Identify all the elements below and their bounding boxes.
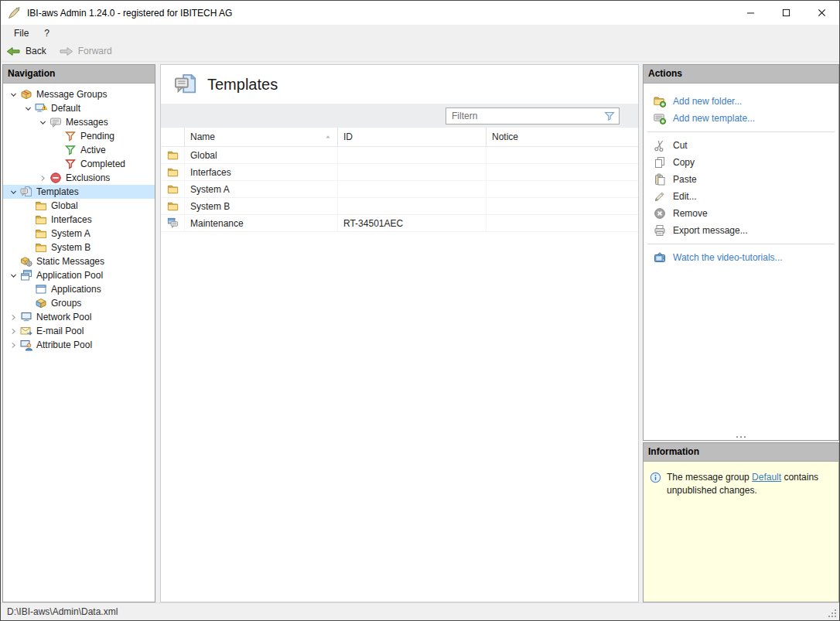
templates-icon bbox=[20, 186, 32, 198]
tree-item-application-pool[interactable]: Application Pool bbox=[3, 268, 155, 282]
folder-icon bbox=[35, 241, 47, 254]
table-row-maintenance[interactable]: MaintenanceRT-34501AEC bbox=[162, 215, 638, 232]
column-header-id[interactable]: ID bbox=[338, 128, 487, 146]
table-row-system-b[interactable]: System B bbox=[162, 198, 638, 215]
tree-item-attribute-pool[interactable]: Attribute Pool bbox=[3, 338, 155, 352]
app-window: IBI-aws Admin 1.24.0 - registered for IB… bbox=[0, 0, 840, 621]
information-panel: Information The message group Default co… bbox=[643, 442, 839, 602]
exclusions-icon bbox=[50, 172, 62, 184]
close-button[interactable] bbox=[804, 1, 839, 25]
action-add-new-template[interactable]: Add new template... bbox=[644, 110, 838, 127]
maximize-button[interactable] bbox=[768, 1, 804, 25]
tree-item-exclusions[interactable]: Exclusions bbox=[3, 171, 155, 185]
tree-item-label: Attribute Pool bbox=[36, 340, 92, 350]
templates-heading-icon bbox=[174, 73, 197, 96]
tree-item-network-pool[interactable]: Network Pool bbox=[3, 310, 155, 324]
actions-divider bbox=[647, 131, 835, 132]
back-button[interactable]: Back bbox=[6, 46, 46, 57]
table-body: GlobalInterfacesSystem ASystem BMaintena… bbox=[162, 147, 638, 232]
tree-item-applications[interactable]: Applications bbox=[3, 282, 155, 296]
funnel-completed-icon bbox=[64, 158, 77, 170]
chevron-right-icon[interactable] bbox=[6, 341, 20, 350]
sort-ascending-icon bbox=[324, 133, 332, 141]
tree-item-static-messages[interactable]: Static Messages bbox=[3, 254, 155, 268]
tree-item-message-groups[interactable]: Message Groups bbox=[3, 87, 155, 101]
tree-item-default[interactable]: Default bbox=[3, 101, 155, 115]
row-icon-cell bbox=[162, 198, 185, 214]
chevron-down-icon[interactable] bbox=[6, 188, 20, 196]
tree-item-groups[interactable]: Groups bbox=[3, 296, 155, 310]
column-header-notice[interactable]: Notice bbox=[487, 128, 628, 146]
tree-item-global[interactable]: Global bbox=[3, 199, 155, 213]
action-remove[interactable]: Remove bbox=[644, 205, 838, 222]
table-row-global[interactable]: Global bbox=[162, 147, 638, 164]
menu-file[interactable]: File bbox=[6, 26, 36, 40]
edit-icon bbox=[654, 190, 666, 203]
tree-item-templates[interactable]: Templates bbox=[3, 185, 155, 199]
back-label: Back bbox=[26, 46, 46, 56]
chevron-down-icon[interactable] bbox=[21, 104, 35, 113]
tree-item-system-a[interactable]: System A bbox=[3, 227, 155, 241]
filter-input[interactable] bbox=[446, 110, 603, 122]
filter-funnel-icon[interactable] bbox=[603, 110, 616, 122]
tree-item-label: Exclusions bbox=[66, 172, 110, 183]
action-label: Paste bbox=[673, 174, 697, 185]
actions-header: Actions bbox=[644, 65, 838, 84]
column-header-icon[interactable] bbox=[162, 128, 185, 146]
tree-item-e-mail-pool[interactable]: E-mail Pool bbox=[3, 324, 155, 338]
network-pool-icon bbox=[20, 311, 32, 323]
action-watch-the-video-tutorials[interactable]: Watch the video-tutorials... bbox=[644, 249, 838, 266]
action-label: Cut bbox=[673, 140, 688, 151]
action-label: Add new template... bbox=[673, 113, 755, 124]
window-controls bbox=[732, 1, 839, 25]
tree-item-label: Active bbox=[80, 145, 106, 155]
attribute-pool-icon bbox=[20, 339, 32, 351]
chevron-down-icon[interactable] bbox=[6, 90, 20, 99]
action-edit[interactable]: Edit... bbox=[644, 188, 838, 205]
action-copy[interactable]: Copy bbox=[644, 154, 838, 171]
tree-item-label: Network Pool bbox=[36, 312, 91, 322]
row-icon-cell bbox=[162, 215, 185, 231]
tree-item-label: Default bbox=[51, 103, 80, 114]
tree-item-interfaces[interactable]: Interfaces bbox=[3, 213, 155, 227]
funnel-active-icon bbox=[64, 144, 77, 156]
tree-item-completed[interactable]: Completed bbox=[3, 157, 155, 171]
action-cut[interactable]: Cut bbox=[644, 137, 838, 154]
action-add-new-folder[interactable]: Add new folder... bbox=[644, 93, 838, 110]
navigation-header: Navigation bbox=[3, 65, 155, 84]
forward-arrow-icon bbox=[59, 46, 73, 57]
table-row-system-a[interactable]: System A bbox=[162, 181, 638, 198]
add-template-icon bbox=[654, 112, 666, 125]
action-paste[interactable]: Paste bbox=[644, 171, 838, 188]
chevron-right-icon[interactable] bbox=[36, 174, 50, 183]
tree-item-system-b[interactable]: System B bbox=[3, 241, 155, 254]
filter-box bbox=[446, 107, 620, 125]
page-title: Templates bbox=[207, 76, 278, 94]
chevron-right-icon[interactable] bbox=[6, 313, 20, 322]
chevron-right-icon[interactable] bbox=[6, 327, 20, 336]
chevron-down-icon[interactable] bbox=[6, 271, 20, 280]
cell-name: System A bbox=[185, 181, 338, 197]
close-icon bbox=[818, 9, 826, 17]
column-header-name[interactable]: Name bbox=[185, 128, 338, 146]
folder-icon bbox=[35, 200, 47, 212]
cell-notice bbox=[487, 215, 628, 231]
default-group-link[interactable]: Default bbox=[752, 472, 781, 483]
chevron-down-icon[interactable] bbox=[36, 118, 50, 127]
tree-item-messages[interactable]: Messages bbox=[3, 115, 155, 129]
tree-item-pending[interactable]: Pending bbox=[3, 129, 155, 143]
minimize-button[interactable] bbox=[732, 1, 768, 25]
action-export-message[interactable]: Export message... bbox=[644, 222, 838, 239]
app-icon bbox=[8, 6, 21, 19]
tree-item-label: Static Messages bbox=[36, 256, 104, 267]
menu-help[interactable]: ? bbox=[36, 26, 57, 40]
resize-grip-icon[interactable] bbox=[828, 609, 838, 619]
action-label: Export message... bbox=[673, 225, 748, 236]
table-row-interfaces[interactable]: Interfaces bbox=[162, 164, 638, 181]
tree-item-active[interactable]: Active bbox=[3, 143, 155, 157]
information-text: The message group Default contains unpub… bbox=[667, 471, 831, 498]
funnel-pending-icon bbox=[64, 130, 77, 142]
panel-splitter[interactable] bbox=[644, 433, 838, 440]
paste-icon bbox=[654, 173, 666, 186]
folder-icon bbox=[35, 227, 47, 240]
